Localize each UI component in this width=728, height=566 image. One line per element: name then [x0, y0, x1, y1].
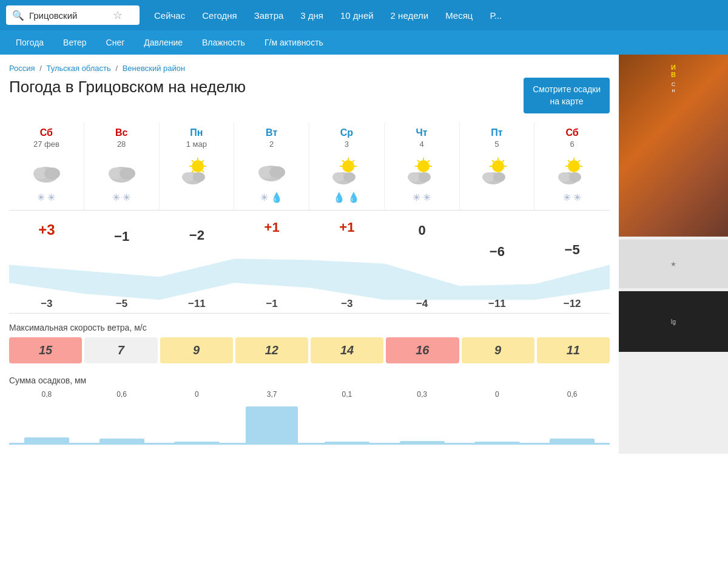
precip-bar-0 — [24, 437, 69, 443]
favorite-star-icon[interactable]: ☆ — [113, 8, 123, 22]
precip-bar-6 — [474, 442, 519, 443]
top-nav-bar: 🔍 ☆ Сейчас Сегодня Завтра 3 дня 10 дней … — [0, 0, 728, 30]
sub-nav-bar: Погода Ветер Снег Давление Влажность Г/м… — [0, 30, 728, 55]
temp-high-2: −2 — [160, 211, 235, 260]
wind-cell-7: 11 — [537, 337, 610, 363]
nav-link-2nedeli[interactable]: 2 недели — [382, 0, 437, 30]
precip-icons-1: ✳ ✳ — [87, 190, 157, 205]
subnav-sneg[interactable]: Снег — [96, 30, 135, 55]
svg-line-43 — [492, 160, 494, 162]
wind-cell-6: 9 — [462, 337, 534, 363]
wind-cell-0: 15 — [9, 337, 82, 363]
breadcrumb-sep-1: / — [39, 64, 44, 73]
temp-low-7: −12 — [534, 298, 610, 310]
day-name-1: Вс — [87, 127, 157, 138]
breadcrumb-tulskaya[interactable]: Тульская область — [47, 64, 111, 73]
low-temps-row: −3 −5 −11 −1 −3 −4 −11 −12 — [9, 298, 610, 310]
snowflake-icon: ✳ — [260, 192, 268, 203]
day-col-1: Вс 28 ✳ ✳ — [84, 123, 160, 210]
svg-line-52 — [568, 160, 570, 162]
main-content: Россия / Тульская область / Веневский ра… — [0, 55, 728, 454]
days-grid: Сб 27 фев ✳ ✳ Вс 28 — [9, 123, 610, 211]
nav-link-more[interactable]: Р... — [481, 0, 510, 30]
nav-link-10dney[interactable]: 10 дней — [332, 0, 382, 30]
day-name-7: Сб — [537, 127, 607, 138]
wind-grid: 15 7 9 12 14 16 9 11 — [9, 337, 610, 363]
day-col-7: Сб 6 ✳ — [534, 123, 610, 210]
svg-line-12 — [202, 170, 204, 172]
day-col-5: Чт 4 ✳ — [385, 123, 460, 210]
precip-bar-col-0 — [9, 402, 84, 443]
breadcrumb-sep-2: / — [115, 64, 120, 73]
precip-icons-4: 💧 💧 — [312, 190, 382, 205]
day-col-4: Ср 3 💧 — [309, 123, 385, 210]
snowflake-icon: ✳ — [112, 192, 120, 203]
temp-low-6: −11 — [460, 298, 535, 310]
search-box[interactable]: 🔍 ☆ — [6, 5, 140, 25]
subnav-davlenie[interactable]: Давление — [134, 30, 192, 55]
svg-line-44 — [502, 160, 504, 162]
svg-point-37 — [408, 172, 420, 182]
nav-link-seychas[interactable]: Сейчас — [146, 0, 194, 30]
day-date-6: 5 — [462, 140, 532, 149]
temp-chart: +3 −1 −2 +1 +1 0 −6 −5 −3 −5 −11 −1 −3 −… — [9, 211, 610, 314]
day-date-5: 4 — [387, 140, 457, 149]
temp-low-4: −3 — [309, 298, 385, 310]
temp-high-3: +1 — [234, 211, 309, 260]
precipitation-label: Сумма осадков, мм — [9, 369, 610, 390]
nav-link-zavtra[interactable]: Завтра — [246, 0, 292, 30]
precip-val-4: 0,1 — [309, 390, 385, 400]
search-icon: 🔍 — [12, 10, 24, 21]
subnav-veter[interactable]: Ветер — [53, 30, 96, 55]
precip-val-2: 0 — [160, 390, 235, 400]
precipitation-chart: 0,8 0,6 0 3,7 0,1 0,3 0 0,6 — [9, 390, 610, 445]
svg-point-38 — [419, 172, 431, 182]
ad-image-mid: ★ — [619, 240, 728, 288]
snowflake-icon: ✳ — [123, 192, 130, 203]
snowflake-icon: ✳ — [573, 192, 581, 203]
subnav-vlazhnost[interactable]: Влажность — [192, 30, 255, 55]
day-date-3: 2 — [237, 140, 306, 149]
svg-line-53 — [578, 160, 580, 162]
snowflake-icon: ✳ — [423, 192, 431, 203]
temp-low-3: −1 — [234, 298, 309, 310]
temp-high-6: −6 — [460, 211, 535, 260]
breadcrumb-rossiya[interactable]: Россия — [9, 64, 35, 73]
day-col-6: Пт 5 — [460, 123, 535, 210]
precip-bars-container — [9, 402, 610, 445]
weather-icon-1 — [87, 153, 157, 187]
day-col-0: Сб 27 фев ✳ ✳ — [9, 123, 84, 210]
precipitation-map-button[interactable]: Смотрите осадкина карте — [524, 78, 610, 113]
svg-point-56 — [569, 172, 581, 182]
svg-line-13 — [202, 160, 204, 162]
raindrop-icon: 💧 — [348, 192, 360, 203]
breadcrumb-venevsky[interactable]: Веневский район — [123, 64, 186, 73]
nav-link-mesyac[interactable]: Месяц — [437, 0, 481, 30]
nav-link-segodnya[interactable]: Сегодня — [194, 0, 246, 30]
temp-high-0: +3 — [9, 211, 84, 260]
snowflake-icon: ✳ — [37, 192, 45, 203]
subnav-pogoda[interactable]: Погода — [6, 30, 53, 55]
temp-high-4: +1 — [309, 211, 385, 260]
nav-link-3dnya[interactable]: 3 дня — [292, 0, 332, 30]
precip-bar-2 — [174, 442, 219, 443]
subnav-gm[interactable]: Г/м активность — [255, 30, 333, 55]
svg-line-14 — [192, 170, 194, 172]
day-name-4: Ср — [312, 127, 382, 138]
svg-line-26 — [352, 160, 354, 162]
precip-icons-0: ✳ ✳ — [12, 190, 81, 205]
search-input[interactable] — [29, 10, 108, 21]
ad-placeholder: ★ — [670, 260, 676, 268]
precip-bar-5 — [400, 441, 445, 443]
precip-bar-7 — [550, 439, 595, 443]
precip-bar-4 — [325, 442, 369, 443]
svg-point-16 — [182, 172, 194, 182]
ad-subtext: Сн — [672, 81, 676, 93]
day-name-6: Пт — [462, 127, 532, 138]
wind-cell-2: 9 — [160, 337, 233, 363]
temp-high-7: −5 — [534, 211, 610, 260]
precip-val-7: 0,6 — [534, 390, 610, 400]
temp-low-0: −3 — [9, 298, 84, 310]
precip-bar-col-7 — [534, 402, 610, 443]
snowflake-icon: ✳ — [413, 192, 420, 203]
